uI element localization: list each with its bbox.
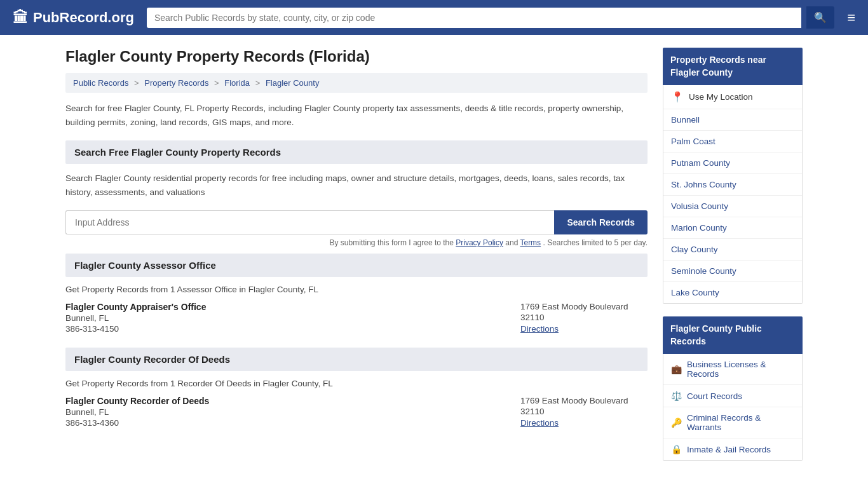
privacy-policy-link[interactable]: Privacy Policy <box>456 238 503 247</box>
sidebar-item-inmate-records[interactable]: 🔒 Inmate & Jail Records <box>663 438 802 460</box>
sidebar-item-court-records[interactable]: ⚖️ Court Records <box>663 385 802 407</box>
briefcase-icon: 💼 <box>671 364 682 374</box>
sidebar-item-label: Clay County <box>671 245 718 254</box>
use-location-link[interactable]: 📍 Use My Location <box>663 85 802 109</box>
site-header: 🏛 PubRecord.org 🔍 ≡ <box>0 0 868 35</box>
sidebar-item-label: Court Records <box>687 391 742 401</box>
st-johns-link[interactable]: St. Johns County <box>663 174 802 195</box>
court-records-link[interactable]: ⚖️ Court Records <box>663 385 802 407</box>
sidebar-nearby-title: Property Records near Flagler County <box>663 48 803 85</box>
recorder-office-name: Flagler County Recorder of Deeds <box>65 396 508 406</box>
search-form: Search Records By submitting this form I… <box>65 210 648 247</box>
main-layout: Flagler County Property Records (Florida… <box>53 35 815 473</box>
recorder-zip: 32110 <box>520 407 648 416</box>
sidebar-item-volusia-county[interactable]: Volusia County <box>663 196 802 217</box>
breadcrumb: Public Records > Property Records > Flor… <box>65 73 648 93</box>
assessor-directions-link[interactable]: Directions <box>520 324 559 334</box>
page-description: Search for free Flagler County, FL Prope… <box>65 102 648 129</box>
bunnell-link[interactable]: Bunnell <box>663 109 802 130</box>
recorder-office-phone: 386-313-4360 <box>65 418 508 428</box>
seminole-link[interactable]: Seminole County <box>663 261 802 281</box>
sidebar-item-use-location[interactable]: 📍 Use My Location <box>663 85 802 109</box>
sidebar-item-label: Seminole County <box>671 266 736 276</box>
recorder-address-col: 1769 East Moody Boulevard 32110 Directio… <box>520 396 648 428</box>
sidebar-item-label: Volusia County <box>671 201 728 211</box>
recorder-section: Flagler County Recorder Of Deeds Get Pro… <box>65 348 648 428</box>
hamburger-menu-button[interactable]: ≡ <box>847 11 855 25</box>
sidebar-item-marion-county[interactable]: Marion County <box>663 217 802 239</box>
assessor-section: Flagler County Assessor Office Get Prope… <box>65 254 648 334</box>
site-logo[interactable]: 🏛 PubRecord.org <box>13 9 134 27</box>
logo-icon: 🏛 <box>13 9 28 27</box>
assessor-office-info: Flagler County Appraiser's Office Bunnel… <box>65 302 508 334</box>
breadcrumb-florida[interactable]: Florida <box>224 78 250 88</box>
breadcrumb-sep-2: > <box>214 78 221 88</box>
header-search-input[interactable] <box>147 8 801 28</box>
sidebar-item-palm-coast[interactable]: Palm Coast <box>663 131 802 152</box>
assessor-address-col: 1769 East Moody Boulevard 32110 Directio… <box>520 302 648 334</box>
sidebar-item-label: Criminal Records & Warrants <box>687 413 794 432</box>
sidebar-item-label: Lake County <box>671 288 719 297</box>
inmate-records-link[interactable]: 🔒 Inmate & Jail Records <box>663 438 802 460</box>
breadcrumb-property-records[interactable]: Property Records <box>144 78 208 88</box>
search-section-description: Search Flagler County residential proper… <box>65 172 648 199</box>
sidebar-item-label: Use My Location <box>689 92 753 102</box>
location-icon: 📍 <box>671 91 684 103</box>
recorder-office-city: Bunnell, FL <box>65 407 508 417</box>
sidebar-item-seminole-county[interactable]: Seminole County <box>663 261 802 282</box>
form-disclaimer: By submitting this form I agree to the P… <box>65 238 648 247</box>
recorder-street: 1769 East Moody Boulevard <box>520 396 648 405</box>
breadcrumb-flagler-county[interactable]: Flagler County <box>266 78 320 88</box>
sidebar-item-lake-county[interactable]: Lake County <box>663 282 802 303</box>
assessor-street: 1769 East Moody Boulevard <box>520 302 648 311</box>
sidebar-item-label: Palm Coast <box>671 137 715 146</box>
palm-coast-link[interactable]: Palm Coast <box>663 131 802 152</box>
sidebar-item-criminal-records[interactable]: 🔑 Criminal Records & Warrants <box>663 407 802 438</box>
putnam-county-link[interactable]: Putnam County <box>663 152 802 173</box>
breadcrumb-sep-1: > <box>134 78 141 88</box>
key-icon: 🔑 <box>671 417 682 428</box>
assessor-office-entry: Flagler County Appraiser's Office Bunnel… <box>65 302 648 334</box>
main-content: Flagler County Property Records (Florida… <box>65 48 648 473</box>
sidebar-item-clay-county[interactable]: Clay County <box>663 239 802 261</box>
menu-icon: ≡ <box>847 10 855 25</box>
criminal-records-link[interactable]: 🔑 Criminal Records & Warrants <box>663 407 802 438</box>
recorder-office-info: Flagler County Recorder of Deeds Bunnell… <box>65 396 508 428</box>
logo-text: PubRecord.org <box>33 10 134 26</box>
assessor-office-name: Flagler County Appraiser's Office <box>65 302 508 312</box>
sidebar-item-st-johns-county[interactable]: St. Johns County <box>663 174 802 196</box>
sidebar: Property Records near Flagler County 📍 U… <box>663 48 803 473</box>
breadcrumb-public-records[interactable]: Public Records <box>73 78 128 88</box>
assessor-zip: 32110 <box>520 313 648 322</box>
sidebar-item-label: Putnam County <box>671 158 730 168</box>
sidebar-item-label: Business Licenses & Records <box>687 360 794 379</box>
search-records-button[interactable]: Search Records <box>554 210 648 234</box>
sidebar-item-business-licenses[interactable]: 💼 Business Licenses & Records <box>663 354 802 385</box>
sidebar-nearby-list: 📍 Use My Location Bunnell Palm Coast <box>663 85 803 304</box>
sidebar-nearby-box: Property Records near Flagler County 📍 U… <box>663 48 803 304</box>
recorder-sub-desc: Get Property Records from 1 Recorder Of … <box>65 379 648 388</box>
business-licenses-link[interactable]: 💼 Business Licenses & Records <box>663 354 802 384</box>
sidebar-item-label: Inmate & Jail Records <box>687 445 771 454</box>
recorder-office-entry: Flagler County Recorder of Deeds Bunnell… <box>65 396 648 428</box>
sidebar-public-records-list: 💼 Business Licenses & Records ⚖️ Court R… <box>663 354 803 461</box>
breadcrumb-sep-3: > <box>255 78 262 88</box>
sidebar-item-putnam-county[interactable]: Putnam County <box>663 152 802 174</box>
assessor-sub-desc: Get Property Records from 1 Assessor Off… <box>65 285 648 294</box>
marion-link[interactable]: Marion County <box>663 217 802 238</box>
sidebar-public-records-box: Flagler County Public Records 💼 Business… <box>663 316 803 461</box>
search-icon: 🔍 <box>814 12 827 23</box>
sidebar-item-bunnell[interactable]: Bunnell <box>663 109 802 131</box>
recorder-section-header: Flagler County Recorder Of Deeds <box>65 348 648 371</box>
terms-link[interactable]: Terms <box>520 238 541 247</box>
clay-link[interactable]: Clay County <box>663 239 802 260</box>
address-input[interactable] <box>65 210 554 234</box>
search-input-row: Search Records <box>65 210 648 234</box>
header-search-button[interactable]: 🔍 <box>806 6 834 29</box>
sidebar-item-label: Bunnell <box>671 115 700 125</box>
lake-link[interactable]: Lake County <box>663 282 802 303</box>
search-section-header: Search Free Flagler County Property Reco… <box>65 140 648 164</box>
recorder-directions-link[interactable]: Directions <box>520 418 559 428</box>
volusia-link[interactable]: Volusia County <box>663 196 802 217</box>
sidebar-public-records-title: Flagler County Public Records <box>663 316 803 354</box>
